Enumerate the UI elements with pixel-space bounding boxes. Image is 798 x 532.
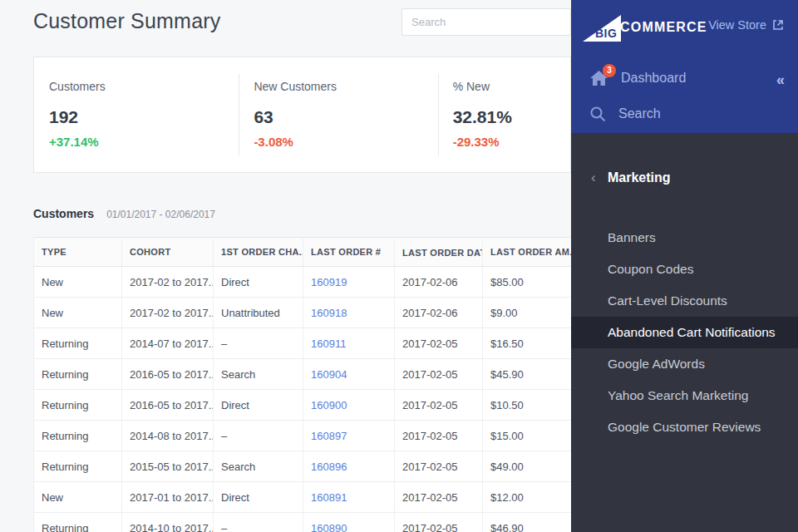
cell-last-order-amount: $16.50 (483, 328, 572, 359)
cell-last-order-number: 160890 (303, 513, 395, 532)
col-header-last-order-number[interactable]: LAST ORDER # (303, 238, 395, 267)
col-header-last-order-date[interactable]: LAST ORDER DATE (395, 238, 483, 267)
stat-delta: +37.14% (49, 135, 239, 149)
cell-last-order-amount: $45.90 (483, 359, 572, 390)
cell-last-order-amount: $12.00 (483, 482, 572, 513)
cell-type: Returning (34, 421, 122, 451)
order-number-link[interactable]: 160918 (311, 307, 347, 319)
search-input[interactable] (401, 8, 571, 36)
menu-item[interactable]: Yahoo Search Marketing (571, 380, 798, 411)
cell-last-order-number: 160918 (303, 298, 395, 328)
date-range: 01/01/2017 - 02/06/2017 (106, 209, 215, 220)
sidebar-search-label: Search (618, 106, 661, 121)
menu-section-header: ‹ Marketing (571, 166, 798, 190)
menu-item[interactable]: Banners (571, 222, 798, 254)
stat-value: 32.81% (453, 107, 570, 127)
marketing-menu: Banners Coupon Codes Cart-Level Discount… (571, 222, 798, 443)
cell-last-order-amount: $46.90 (483, 513, 572, 532)
collapse-sidebar-icon[interactable]: « (776, 71, 783, 89)
col-header-type[interactable]: TYPE (34, 238, 122, 267)
menu-item[interactable]: Google AdWords (571, 348, 798, 380)
table-section-header: Customers 01/01/2017 - 02/06/2017 (33, 207, 215, 220)
sidebar-item-search[interactable]: Search (589, 106, 661, 122)
cell-last-order-date: 2017-02-05 (395, 359, 483, 390)
stat-delta: -29.33% (453, 135, 570, 149)
sidebar-header: BIG COMMERCE View Store 3 Dashboard « (571, 0, 798, 133)
cell-last-order-date: 2017-02-06 (395, 267, 483, 298)
cell-last-order-date: 2017-02-05 (395, 513, 483, 532)
cell-first-order-channel: – (214, 421, 303, 451)
cell-last-order-amount: $15.00 (483, 421, 572, 451)
table-row: New 2017-02 to 2017... Direct 160919 201… (34, 267, 572, 298)
col-header-last-order-amount[interactable]: LAST ORDER AM... (483, 238, 572, 267)
view-store-link[interactable]: View Store (708, 18, 784, 32)
table-row: Returning 2016-05 to 2017... Search 1609… (34, 359, 572, 390)
search-icon (589, 106, 606, 122)
order-number-link[interactable]: 160897 (311, 430, 347, 442)
external-link-icon (772, 19, 784, 31)
stat-label: New Customers (254, 80, 437, 93)
menu-title: Marketing (608, 170, 671, 185)
cell-last-order-number: 160897 (303, 421, 395, 451)
stat-new-customers: New Customers 63 -3.08% (239, 57, 437, 172)
bigcommerce-logo[interactable]: BIG COMMERCE (581, 12, 707, 43)
order-number-link[interactable]: 160891 (311, 491, 347, 504)
cell-last-order-number: 160911 (303, 328, 395, 359)
menu-item[interactable]: Abandoned Cart Notifications (571, 317, 798, 348)
cell-first-order-channel: Search (214, 451, 303, 482)
order-number-link[interactable]: 160900 (311, 399, 347, 411)
cell-first-order-channel: Search (214, 359, 303, 390)
cell-last-order-date: 2017-02-05 (395, 482, 483, 513)
cell-first-order-channel: Unattributed (214, 298, 303, 328)
table-row: Returning 2016-05 to 2017... Direct 1609… (34, 390, 572, 421)
stat-value: 63 (254, 107, 437, 127)
cell-cohort: 2017-01 to 2017... (122, 482, 214, 513)
cell-last-order-number: 160900 (303, 390, 395, 421)
cell-first-order-channel: – (214, 328, 303, 359)
cell-last-order-date: 2017-02-05 (395, 451, 483, 482)
table-row: New 2017-02 to 2017... Unattributed 1609… (34, 298, 572, 328)
cell-type: New (34, 482, 122, 513)
stat-delta: -3.08% (254, 135, 437, 149)
main-content-panel: Customer Summary Customers 192 +37.14% N… (0, 0, 571, 532)
order-number-link[interactable]: 160919 (311, 276, 347, 288)
menu-item[interactable]: Cart-Level Discounts (571, 285, 798, 317)
cell-last-order-number: 160896 (303, 451, 395, 482)
cell-first-order-channel: – (214, 513, 303, 532)
cell-cohort: 2017-02 to 2017... (122, 267, 214, 298)
menu-item[interactable]: Google Customer Reviews (571, 411, 798, 443)
col-header-first-order-channel[interactable]: 1ST ORDER CHA... (214, 238, 303, 267)
dashboard-label: Dashboard (621, 71, 686, 86)
page-title: Customer Summary (33, 9, 220, 33)
sidebar-item-dashboard[interactable]: 3 Dashboard (589, 70, 686, 86)
cell-last-order-date: 2017-02-06 (395, 298, 483, 328)
cell-type: Returning (34, 513, 122, 532)
order-number-link[interactable]: 160896 (311, 461, 347, 473)
menu-item[interactable]: Coupon Codes (571, 254, 798, 285)
order-number-link[interactable]: 160890 (311, 522, 347, 532)
bigcommerce-wordmark: COMMERCE (620, 20, 707, 35)
cell-cohort: 2014-07 to 2017... (122, 328, 214, 359)
cell-type: New (34, 267, 122, 298)
col-header-cohort[interactable]: COHORT (122, 238, 214, 267)
customers-table: TYPE COHORT 1ST ORDER CHA... LAST ORDER … (33, 237, 571, 532)
cell-last-order-number: 160904 (303, 359, 395, 390)
sidebar: BIG COMMERCE View Store 3 Dashboard « (571, 0, 798, 532)
cell-first-order-channel: Direct (214, 390, 303, 421)
table-row: New 2017-01 to 2017... Direct 160891 201… (34, 482, 572, 513)
bigcommerce-triangle-icon: BIG (581, 12, 623, 43)
cell-last-order-number: 160919 (303, 267, 395, 298)
table-row: Returning 2014-07 to 2017... – 160911 20… (34, 328, 572, 359)
svg-text:BIG: BIG (595, 27, 617, 40)
back-chevron-icon[interactable]: ‹ (591, 170, 596, 186)
cell-type: New (34, 298, 122, 328)
stat-label: Customers (49, 80, 239, 93)
order-number-link[interactable]: 160911 (311, 337, 346, 350)
cell-type: Returning (34, 390, 122, 421)
stat-value: 192 (49, 107, 239, 127)
cell-last-order-number: 160891 (303, 482, 395, 513)
table-row: Returning 2014-10 to 2017... – 160890 20… (34, 513, 572, 532)
order-number-link[interactable]: 160904 (311, 368, 347, 381)
cell-cohort: 2015-05 to 2017... (122, 451, 214, 482)
summary-stats-card: Customers 192 +37.14% New Customers 63 -… (33, 57, 571, 173)
